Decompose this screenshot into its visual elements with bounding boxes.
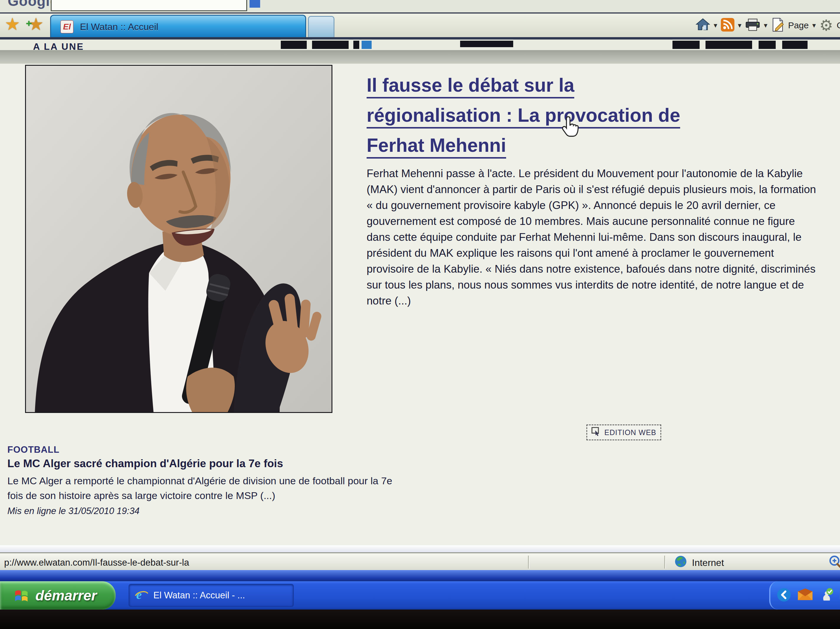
edition-web-label: EDITION WEB <box>604 428 656 437</box>
browser-chrome: ★ ★ + El El Watan :: Accueil ▾ ▾ ▾ Page <box>0 14 840 37</box>
rss-feed-icon[interactable] <box>721 18 734 33</box>
start-button[interactable]: démarrer <box>0 581 115 610</box>
home-icon[interactable] <box>695 17 710 33</box>
viewport-bottom-strip <box>0 545 840 552</box>
internet-globe-icon <box>674 555 687 570</box>
page-top-clipped-banner: A LA UNE <box>0 39 840 50</box>
banner-fragment <box>362 41 372 49</box>
tools-gear-icon[interactable]: ⚙ <box>819 18 833 33</box>
article-body: Ferhat Mehenni passe à l'acte. Le présid… <box>366 166 816 309</box>
banner-fragment <box>759 41 776 49</box>
portrait-illustration <box>26 66 332 412</box>
zoom-level-icon[interactable] <box>827 555 840 571</box>
tab-title: El Watan :: Accueil <box>80 22 158 32</box>
tools-menu-label-clipped[interactable]: O <box>837 20 840 30</box>
taskbar-task-button[interactable]: e El Watan :: Accueil - ... <box>129 584 294 607</box>
security-zone: Internet <box>674 555 724 570</box>
football-category-label[interactable]: FOOTBALL <box>7 445 60 455</box>
favorites-star-icon[interactable]: ★ <box>5 14 20 34</box>
status-divider <box>528 556 529 569</box>
system-tray <box>769 581 840 610</box>
tab-el-watan[interactable]: El El Watan :: Accueil <box>50 15 306 38</box>
hand-cursor-icon <box>560 114 582 142</box>
google-toolbar: Google <box>0 0 840 14</box>
print-icon[interactable] <box>745 18 760 33</box>
chrome-bottom-edge <box>0 37 840 39</box>
start-button-label: démarrer <box>35 588 97 604</box>
page-caret-icon[interactable]: ▾ <box>812 21 816 30</box>
monitor-bezel <box>0 610 840 629</box>
page-icon[interactable] <box>771 17 785 33</box>
clipped-banner-text: A LA UNE <box>33 41 84 50</box>
banner-fragment <box>782 41 808 49</box>
print-caret-icon[interactable]: ▾ <box>764 21 767 30</box>
svg-text:e: e <box>136 588 142 602</box>
banner-fragment <box>281 41 307 49</box>
football-published-date: Mis en ligne le 31/05/2010 19:34 <box>7 506 139 516</box>
zone-label: Internet <box>692 557 724 568</box>
site-favicon: El <box>60 20 73 33</box>
windows-flag-icon <box>14 587 30 604</box>
banner-fragment <box>706 41 752 49</box>
edition-web-icon <box>591 427 602 438</box>
google-search-button[interactable] <box>249 0 260 8</box>
banner-fragment <box>460 41 513 47</box>
tray-messenger-icon[interactable] <box>819 587 834 604</box>
rss-caret-icon[interactable]: ▾ <box>738 21 742 30</box>
article-photo <box>25 65 332 413</box>
command-bar: ▾ ▾ ▾ Page ▾ ⚙ O <box>695 16 840 35</box>
tray-collapse-chevron-icon[interactable] <box>776 587 792 604</box>
status-url: p://www.elwatan.com/Il-fausse-le-debat-s… <box>4 557 189 568</box>
google-search-input[interactable] <box>51 0 247 11</box>
window-bottom-edge <box>0 570 840 581</box>
headline-line: Il fausse le débat sur la <box>366 74 574 98</box>
new-tab-button[interactable] <box>308 16 335 38</box>
screen: Google ★ ★ + El El Watan :: Accueil ▾ ▾ … <box>0 0 840 629</box>
banner-fragment <box>353 41 359 49</box>
task-button-label: El Watan :: Accueil - ... <box>153 590 245 601</box>
home-caret-icon[interactable]: ▾ <box>714 21 717 30</box>
page-menu-label[interactable]: Page <box>788 20 809 30</box>
status-divider <box>664 556 666 569</box>
tray-mail-icon[interactable] <box>797 588 813 603</box>
ie-icon: e <box>134 588 148 603</box>
taskbar: démarrer e El Watan :: Accueil - ... <box>0 581 840 610</box>
page-top-gray-band <box>0 50 840 64</box>
football-headline-link[interactable]: Le MC Alger sacré champion d'Algérie pou… <box>7 457 283 470</box>
add-favorite-plus-icon: + <box>26 18 32 29</box>
football-body: Le MC Alger a remporté le championnat d'… <box>7 473 403 503</box>
headline-line: régionalisation : La provocation de <box>366 105 680 129</box>
banner-fragment <box>312 41 349 49</box>
edition-web-button[interactable]: EDITION WEB <box>586 424 661 440</box>
status-bar: p://www.elwatan.com/Il-fausse-le-debat-s… <box>0 552 840 571</box>
headline-line: Ferhat Mehenni <box>366 135 506 159</box>
banner-fragment <box>673 41 699 49</box>
